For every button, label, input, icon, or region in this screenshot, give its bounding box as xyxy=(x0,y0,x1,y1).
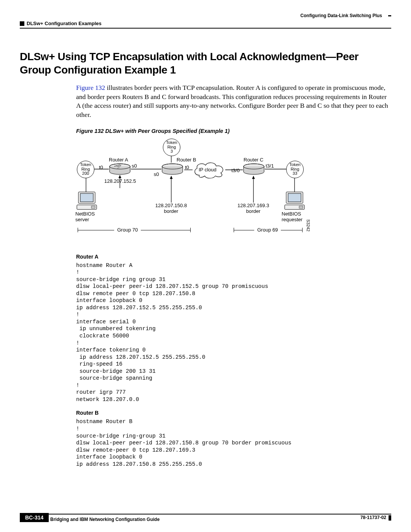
group70-line-l xyxy=(78,230,114,230)
router-a-heading: Router A xyxy=(76,254,391,260)
footer-rule xyxy=(20,514,391,514)
intro-text: illustrates border peers with TCP encaps… xyxy=(76,84,388,118)
token-ring-33: Token Ring 33 xyxy=(286,161,304,178)
router-b-label: Router B xyxy=(177,157,196,163)
header-bar xyxy=(388,15,391,16)
svg-rect-18 xyxy=(80,193,93,202)
header-rule xyxy=(20,28,391,29)
document-id: 78-11737-02 xyxy=(360,515,386,520)
port-t30: t3/0 xyxy=(231,168,240,173)
router-c-icon xyxy=(243,163,265,175)
group70-label: Group 70 xyxy=(117,227,138,233)
section-title: DLSw+ Configuration Examples xyxy=(27,21,102,26)
token-ring-3: Token Ring 3 xyxy=(163,139,180,156)
router-c-label: Router C xyxy=(244,157,263,163)
network-diagram: Token Ring 200 Token Ring 3 Token Ring 3… xyxy=(76,139,320,245)
docid-bar xyxy=(389,515,391,521)
router-b-heading: Router B xyxy=(76,410,391,416)
svg-rect-24 xyxy=(299,206,303,208)
router-b-ip: 128.207.150.8 border xyxy=(155,203,187,214)
page-number: BC-314 xyxy=(20,513,49,522)
group69-line-r xyxy=(281,230,302,230)
token-ring-200: Token Ring 200 xyxy=(77,161,94,178)
group70-tick-r xyxy=(190,228,191,232)
section-marker xyxy=(20,21,24,26)
router-a-label: Router A xyxy=(109,157,128,163)
group69-label: Group 69 xyxy=(257,227,278,233)
diagram-id: S3242 xyxy=(306,219,311,232)
group69-tick-r xyxy=(302,228,303,232)
port-t0-b: t0 xyxy=(185,165,189,170)
netbios-server-icon xyxy=(76,191,97,211)
figure-caption: Figure 132 DLSw+ with Peer Groups Specif… xyxy=(76,128,391,134)
page-title: DLSw+ Using TCP Encapsulation with Local… xyxy=(20,50,391,77)
intro-paragraph: Figure 132 illustrates border peers with… xyxy=(76,83,391,120)
svg-rect-20 xyxy=(91,206,95,208)
router-b-config: hostname Router B ! source-bridge ring-g… xyxy=(76,418,391,468)
ip-cloud-label: IP cloud xyxy=(199,167,217,173)
netbios-server-label: NetBIOS server xyxy=(75,211,95,222)
port-s0-a: s0 xyxy=(132,163,137,169)
netbios-requester-icon xyxy=(284,191,305,211)
group69-line-l xyxy=(234,230,254,230)
figure-link[interactable]: Figure 132 xyxy=(76,84,105,91)
netbios-requester-label: NetBIOS requester xyxy=(282,211,303,222)
router-a-icon xyxy=(109,163,131,175)
port-t31: t3/1 xyxy=(266,163,274,169)
chapter-title: Configuring Data-Link Switching Plus xyxy=(20,13,384,18)
group70-line-r xyxy=(141,230,190,230)
router-a-ip: 128.207.152.5 xyxy=(104,178,136,184)
router-b-icon xyxy=(161,163,183,175)
svg-rect-22 xyxy=(288,193,301,202)
router-a-config: hostname Router A ! source-bridge ring g… xyxy=(76,262,391,403)
port-t0-a: t0 xyxy=(99,165,103,170)
port-s0-b: s0 xyxy=(154,171,159,177)
router-c-ip: 128.207.169.3 border xyxy=(237,203,269,214)
